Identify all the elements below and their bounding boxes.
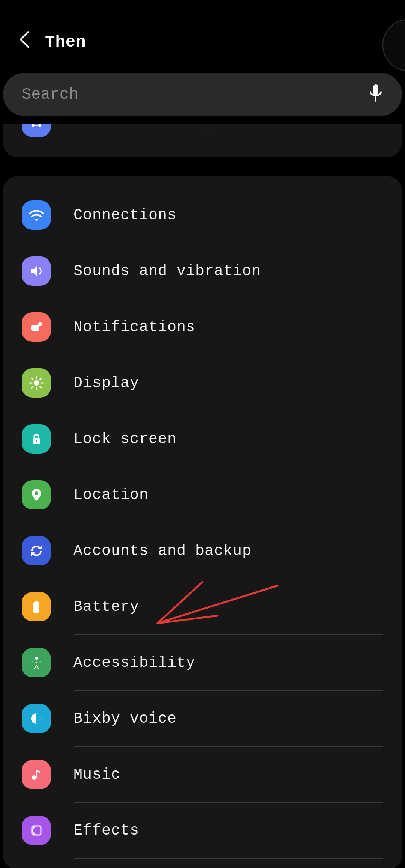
item-label: Accounts and backup [74, 542, 252, 559]
notifications-icon [22, 312, 51, 342]
svg-point-22 [34, 491, 38, 495]
sound-icon [22, 256, 51, 286]
list-item-notifications[interactable]: Notifications [3, 299, 402, 355]
item-label: Bixby voice [74, 710, 177, 727]
svg-point-25 [35, 657, 38, 660]
list-item-music[interactable]: Music [3, 747, 402, 802]
svg-point-8 [35, 219, 38, 221]
svg-point-10 [38, 322, 42, 326]
item-label: Battery [74, 598, 139, 615]
effects-icon [22, 816, 51, 845]
svg-rect-28 [36, 770, 37, 778]
list-item-accounts[interactable]: Accounts and backup [3, 523, 402, 579]
list-item-display[interactable]: Display [3, 355, 402, 411]
svg-line-17 [40, 386, 41, 388]
search-input[interactable]: Search [3, 73, 402, 116]
smartthings-icon [22, 124, 51, 137]
list-item-accessibility[interactable]: Accessibility [3, 635, 402, 690]
svg-rect-23 [33, 602, 39, 613]
item-label: Connections [74, 207, 177, 224]
list-item-connections[interactable]: Connections [3, 187, 402, 243]
back-button[interactable] [19, 30, 30, 54]
chevron-left-icon [19, 30, 30, 49]
page-title: Then [45, 33, 86, 51]
list-item-lockscreen[interactable]: Lock screen [3, 411, 402, 467]
item-label: Music [74, 766, 120, 783]
wifi-icon [22, 200, 51, 230]
divider [74, 858, 383, 859]
search-placeholder: Search [22, 86, 78, 104]
svg-rect-0 [373, 84, 378, 95]
list-item-effects[interactable]: Effects [3, 803, 402, 858]
svg-line-18 [32, 386, 33, 388]
item-label: Display [74, 375, 139, 392]
item-label: Location [74, 487, 148, 503]
svg-point-21 [36, 440, 37, 442]
svg-line-16 [32, 378, 33, 380]
header-bar: Then [0, 0, 405, 73]
list-item-battery[interactable]: Battery [3, 579, 402, 634]
lock-icon [22, 424, 51, 454]
svg-rect-24 [35, 601, 38, 602]
svg-point-11 [34, 380, 39, 386]
music-icon [22, 760, 51, 789]
item-label: Sounds and vibration [74, 263, 261, 280]
settings-section: Connections Sounds and vibration Notific… [3, 176, 402, 868]
list-item-bixby[interactable]: Bixby voice [3, 691, 402, 746]
microphone-icon[interactable] [368, 83, 383, 106]
battery-icon [22, 592, 51, 621]
sync-icon [22, 536, 51, 565]
svg-rect-29 [32, 826, 41, 835]
item-label: Notifications [74, 319, 195, 336]
svg-line-19 [40, 378, 41, 380]
item-label: Accessibility [74, 654, 195, 671]
bixby-icon [22, 704, 51, 733]
brightness-icon [22, 368, 51, 398]
item-label: Lock screen [74, 431, 177, 448]
partial-label: Control SmartThings [68, 124, 222, 132]
list-item-sounds[interactable]: Sounds and vibration [3, 243, 402, 299]
accessibility-icon [22, 648, 51, 677]
partial-card-smartthings[interactable]: Control SmartThings [3, 124, 402, 157]
location-icon [22, 480, 51, 509]
svg-rect-9 [31, 325, 39, 331]
item-label: Effects [74, 822, 139, 839]
list-item-location[interactable]: Location [3, 467, 402, 523]
